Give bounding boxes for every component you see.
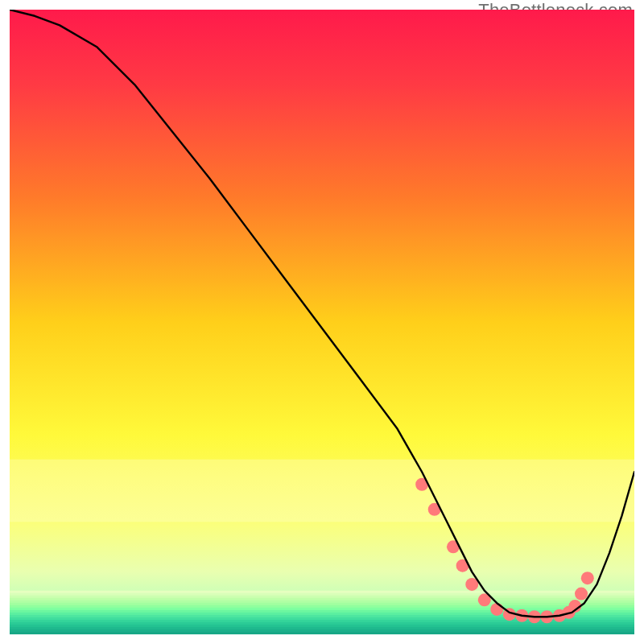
green-band (10, 632, 634, 634)
chart-container: TheBottleneck.com (0, 0, 644, 644)
pale-highlight-band (10, 460, 634, 522)
green-band (10, 598, 634, 601)
green-band (10, 622, 634, 625)
plot-svg (10, 10, 634, 634)
green-band (10, 591, 634, 594)
green-band (10, 593, 634, 597)
green-band (10, 610, 634, 613)
green-band (10, 630, 634, 633)
green-band (10, 596, 634, 599)
plot-area (10, 10, 634, 634)
green-band (10, 627, 634, 630)
green-band (10, 603, 634, 606)
green-band (10, 605, 634, 609)
green-band (10, 620, 634, 623)
data-marker (575, 588, 588, 601)
green-band (10, 608, 634, 611)
green-band (10, 601, 634, 604)
data-marker (581, 572, 594, 584)
data-marker (490, 603, 503, 616)
green-band (10, 613, 634, 616)
gradient-background (10, 10, 634, 634)
green-band (10, 625, 634, 628)
